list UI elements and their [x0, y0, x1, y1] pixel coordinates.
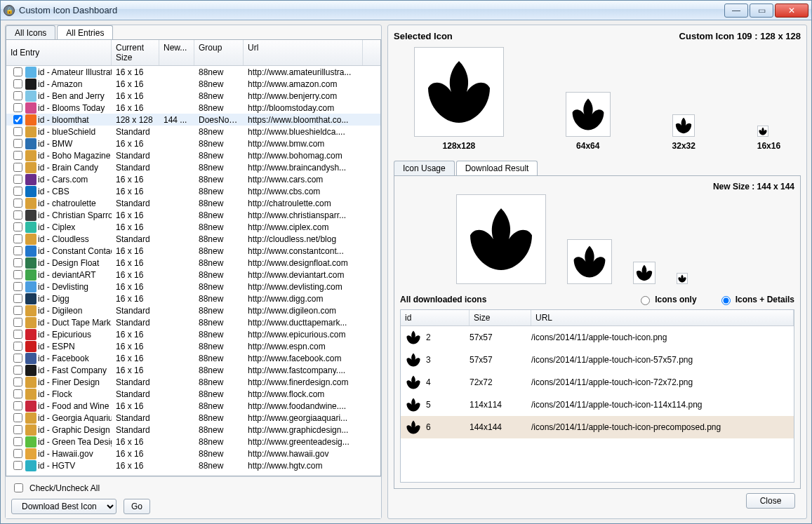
table-row[interactable]: id - Epicurious16 x 1688newhttp://www.ep… [6, 328, 380, 340]
minimize-button[interactable]: — [724, 4, 748, 18]
table-row[interactable]: id - DigileonStandard88newhttp://www.dig… [6, 304, 380, 316]
row-checkbox[interactable] [13, 175, 22, 184]
table-row[interactable]: id - bloomthat128 x 128144 ...DoesNotW..… [6, 114, 380, 126]
table-row[interactable]: id - Amateur Illustrator16 x 1688newhttp… [6, 66, 380, 78]
row-checkbox[interactable] [13, 210, 22, 220]
row-checkbox[interactable] [13, 222, 22, 231]
dl-col-size[interactable]: Size [470, 310, 531, 325]
row-checkbox[interactable] [13, 151, 22, 160]
table-row[interactable]: id - CBS16 x 1688newhttp://www.cbs.com [6, 185, 380, 197]
table-row[interactable]: id - Ciplex16 x 1688newhttp://www.ciplex… [6, 221, 380, 233]
dl-col-url[interactable]: URL [531, 310, 794, 325]
row-checkbox[interactable] [13, 401, 22, 410]
go-button[interactable]: Go [124, 499, 150, 514]
row-checkbox[interactable] [13, 330, 22, 339]
tab-download-result[interactable]: Download Result [456, 161, 538, 175]
row-checkbox[interactable] [13, 91, 22, 100]
table-row[interactable]: id - HGTV16 x 1688newhttp://www.hgtv.com [6, 459, 380, 471]
grid-body[interactable]: id - Amateur Illustrator16 x 1688newhttp… [6, 66, 380, 476]
row-checkbox[interactable] [13, 354, 22, 363]
table-row[interactable]: id - Devlisting16 x 1688newhttp://www.de… [6, 281, 380, 293]
row-checkbox[interactable] [13, 270, 22, 279]
table-row[interactable]: id - Boho MagazineStandard88newhttp://ww… [6, 149, 380, 161]
row-checkbox[interactable] [13, 246, 22, 255]
row-checkbox[interactable] [13, 437, 22, 446]
check-all-toggle[interactable]: Check/Uncheck All [11, 481, 375, 495]
row-checkbox[interactable] [13, 115, 22, 124]
row-checkbox[interactable] [13, 342, 22, 351]
tab-all-entries[interactable]: All Entries [57, 25, 113, 40]
row-checkbox[interactable] [13, 318, 22, 327]
table-row[interactable]: id - Graphic Design ...Standard88newhttp… [6, 424, 380, 436]
col-url[interactable]: Url [244, 40, 363, 65]
row-checkbox[interactable] [13, 163, 22, 172]
download-mode-select[interactable]: Download Best Icon [11, 499, 117, 514]
row-checkbox[interactable] [13, 282, 22, 291]
dl-row[interactable]: 257x57/icons/2014/11/apple-touch-icon.pn… [401, 326, 794, 349]
table-row[interactable]: id - CloudlessStandard88newhttp://cloudl… [6, 233, 380, 245]
table-row[interactable]: id - deviantART16 x 1688newhttp://www.de… [6, 269, 380, 281]
row-checkbox[interactable] [13, 425, 22, 434]
table-row[interactable]: id - Amazon16 x 1688newhttp://www.amazon… [6, 78, 380, 90]
table-row[interactable]: id - Design Float16 x 1688newhttp://www.… [6, 257, 380, 269]
table-row[interactable]: id - Christian Sparrow16 x 1688newhttp:/… [6, 209, 380, 221]
table-row[interactable]: id - FlockStandard88newhttp://www.flock.… [6, 388, 380, 400]
table-row[interactable]: id - BMW16 x 1688newhttp://www.bmw.com [6, 137, 380, 149]
close-button[interactable]: Close [746, 493, 795, 509]
dl-row[interactable]: 357x57/icons/2014/11/apple-touch-icon-57… [401, 349, 794, 371]
table-row[interactable]: id - chatrouletteStandard88newhttp://cha… [6, 197, 380, 209]
table-row[interactable]: id - Finer DesignStandard88newhttp://www… [6, 376, 380, 388]
table-row[interactable]: id - Fast Company16 x 1688newhttp://www.… [6, 364, 380, 376]
table-row[interactable]: id - Facebook16 x 1688newhttp://www.face… [6, 352, 380, 364]
row-checkbox[interactable] [13, 187, 22, 196]
check-all-box[interactable] [14, 483, 23, 492]
row-checkbox[interactable] [13, 103, 22, 112]
table-row[interactable]: id - Duct Tape Mark...Standard88newhttp:… [6, 316, 380, 328]
row-checkbox[interactable] [13, 139, 22, 148]
close-window-button[interactable]: ✕ [775, 4, 808, 18]
dl-grid-body[interactable]: 257x57/icons/2014/11/apple-touch-icon.pn… [401, 326, 794, 482]
row-checkbox[interactable] [13, 389, 22, 398]
col-id[interactable]: Id Entry [6, 40, 112, 65]
radio-icons-only[interactable]: Icons only [637, 294, 696, 305]
table-row[interactable]: id - Brain CandyStandard88newhttp://www.… [6, 161, 380, 173]
radio-icons-details[interactable]: Icons + Details [718, 294, 794, 305]
dl-row[interactable]: 472x72/icons/2014/11/apple-touch-icon-72… [401, 371, 794, 394]
row-checkbox[interactable] [13, 449, 22, 458]
row-checkbox[interactable] [13, 199, 22, 208]
row-checkbox[interactable] [13, 67, 22, 76]
tab-icon-usage[interactable]: Icon Usage [394, 161, 455, 175]
table-row[interactable]: id - Georgia AquariumStandard88newhttp:/… [6, 412, 380, 424]
row-checkbox[interactable] [13, 461, 22, 470]
table-row[interactable]: id - Blooms Today16 x 1688newhttp://bloo… [6, 102, 380, 114]
col-size[interactable]: Current Size [112, 40, 159, 65]
tab-all-icons[interactable]: All Icons [6, 25, 55, 40]
table-row[interactable]: id - Cars.com16 x 1688newhttp://www.cars… [6, 173, 380, 185]
row-checkbox[interactable] [13, 294, 22, 303]
row-checkbox[interactable] [13, 365, 22, 375]
dl-row[interactable]: 6144x144/icons/2014/11/apple-touch-icon-… [401, 416, 794, 438]
col-group[interactable]: Group [194, 40, 244, 65]
table-row[interactable]: id - Digg16 x 1688newhttp://www.digg.com [6, 293, 380, 304]
row-checkbox[interactable] [13, 79, 22, 88]
table-row[interactable]: id - Green Tea Design16 x 1688newhttp://… [6, 436, 380, 448]
row-checkbox[interactable] [13, 258, 22, 267]
table-row[interactable]: id - blueSchieldStandard88newhttp://www.… [6, 126, 380, 137]
table-row[interactable]: id - Ben and Jerry16 x 1688newhttp://www… [6, 90, 380, 102]
table-row[interactable]: id - Food and Wine ...16 x 1688newhttp:/… [6, 400, 380, 412]
maximize-button[interactable]: ▭ [750, 4, 773, 18]
row-checkbox[interactable] [13, 234, 22, 243]
favicon-icon [25, 198, 36, 209]
grid-header[interactable]: Id Entry Current Size New... Group Url [6, 40, 380, 66]
table-row[interactable]: id - ESPN16 x 1688newhttp://www.espn.com [6, 340, 380, 352]
row-checkbox[interactable] [13, 306, 22, 315]
table-row[interactable]: id - Hawaii.gov16 x 1688newhttp://www.ha… [6, 448, 380, 459]
row-checkbox[interactable] [13, 413, 22, 422]
titlebar[interactable]: 🔒 Custom Icon Dashboard — ▭ ✕ [1, 1, 811, 20]
row-checkbox[interactable] [13, 377, 22, 387]
table-row[interactable]: id - Constant Contact16 x 1688newhttp://… [6, 245, 380, 257]
dl-row[interactable]: 5114x114/icons/2014/11/apple-touch-icon-… [401, 394, 794, 416]
row-checkbox[interactable] [13, 127, 22, 136]
col-new[interactable]: New... [159, 40, 194, 65]
dl-col-id[interactable]: id [401, 310, 470, 325]
